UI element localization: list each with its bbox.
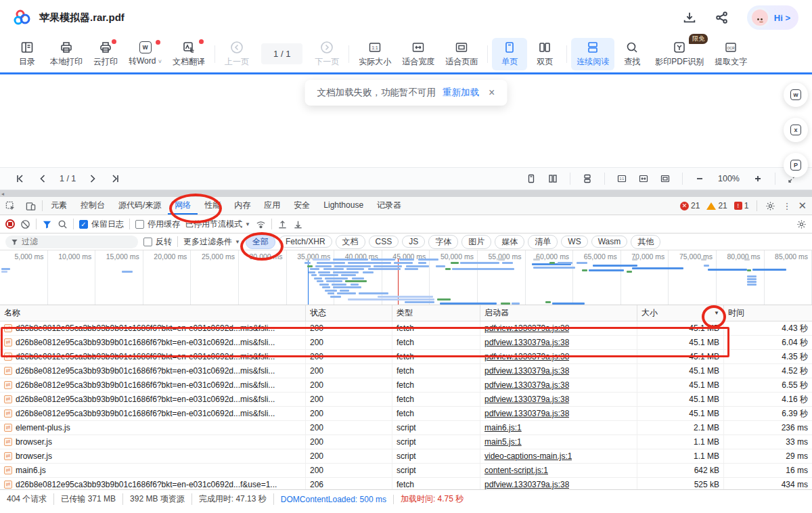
initiator-link[interactable]: pdfview.1330379a.js:38 [484,409,569,418]
next-page-button[interactable]: 下一页 [309,38,344,70]
column-header-initiator[interactable]: 启动器 [480,305,637,321]
device-toolbar-icon[interactable] [20,197,41,215]
request-row[interactable]: ⇄d26b8e0812e95ca3bb93b9b01c1686f6?bkt=en… [0,336,812,350]
column-header-time[interactable]: 时间 [724,305,812,321]
continuous-reading-button[interactable]: 连续阅读 [571,38,614,70]
warning-count-badge[interactable]: 21 [706,201,727,210]
convert-button[interactable]: w [784,83,808,107]
prev-page-button[interactable]: 上一页 [219,38,254,70]
single-page-view-button[interactable] [521,171,541,187]
devtools-tab[interactable]: 网络 [168,197,198,215]
initiator-link[interactable]: pdfview.1330379a.js:38 [484,366,569,376]
fit-page-small-button[interactable] [655,171,675,187]
request-row[interactable]: ⇄d26b8e0812e95ca3bb93b9b01c1686f6?bkt=en… [0,350,812,364]
throttling-dropdown[interactable]: 已停用节流模式▼ [185,219,250,230]
column-header-status[interactable]: 状态 [306,305,392,321]
fit-width-small-button[interactable] [633,171,654,187]
download-icon[interactable] [682,10,697,25]
reload-link[interactable]: 重新加载 [443,87,479,99]
fit-page-button[interactable]: 适合页面 [440,38,483,70]
initiator-link[interactable]: pdfview.1330379a.js:38 [484,380,569,390]
import-har-icon[interactable] [277,219,288,229]
column-header-size[interactable]: 大小▼ [637,305,724,321]
record-button[interactable] [5,219,15,229]
cloud-print-button[interactable]: 云打印 [88,38,123,70]
filter-pill[interactable]: 文档 [336,235,365,249]
devtools-tab[interactable]: 性能 [198,197,227,215]
page-indicator[interactable]: 1 / 1 [261,43,302,64]
find-button[interactable]: 查找 [614,38,650,70]
sort-descending-icon[interactable]: ▼ [714,310,719,316]
devtools-tab[interactable]: 元素 [44,197,74,215]
kebab-menu-icon[interactable]: ⋮ [782,201,791,211]
filter-pill[interactable]: CSS [369,236,399,248]
extract-text-button[interactable]: OCR 提取文字 [709,38,752,70]
devtools-tab[interactable]: Lighthouse [317,197,370,215]
horizontal-scrollbar[interactable]: ◂ [0,190,812,197]
invert-checkbox[interactable]: 反转 [143,236,172,248]
to-word-button[interactable]: w 转Word ˅ [123,39,167,70]
column-header-type[interactable]: 类型 [392,305,480,321]
user-avatar-pill[interactable]: Hi > [747,5,798,30]
initiator-link[interactable]: main6.js:1 [484,423,522,432]
request-row[interactable]: ⇄main6.js 200 script content-script.js:1… [0,464,812,478]
filter-pill[interactable]: 图片 [461,235,491,249]
initiator-link[interactable]: pdfview.1330379a.js:38 [484,395,569,404]
zoom-out-button[interactable] [690,171,710,187]
convert-button[interactable]: x [784,118,808,142]
network-overview-timeline[interactable]: 5,000 ms10,000 ms15,000 ms20,000 ms25,00… [0,250,812,305]
devtools-tab[interactable]: 安全 [287,197,317,215]
doc-translate-button[interactable]: 文档翻译 [167,38,210,70]
request-row[interactable]: ⇄browser.js 200 script video-captions-ma… [0,449,812,464]
request-row[interactable]: ⇄d26b8e0812e95ca3bb93b9b01c1686f6?bkt=en… [0,364,812,378]
zoom-in-button[interactable] [748,171,768,187]
network-settings-gear-icon[interactable] [796,219,807,229]
initiator-link[interactable]: video-captions-main.js:1 [484,451,572,461]
devtools-close-icon[interactable]: ✕ [798,200,807,212]
issue-count-badge[interactable]: !1 [734,201,749,210]
devtools-tab[interactable]: 控制台 [74,197,112,215]
filter-pill[interactable]: 字体 [428,235,458,249]
share-icon[interactable] [715,10,729,25]
single-page-button[interactable]: 单页 [492,38,527,70]
filter-pill[interactable]: 清单 [528,235,558,249]
double-page-button[interactable]: 双页 [527,38,562,70]
disable-cache-checkbox[interactable]: 停用缓存 [135,219,180,230]
actual-size-small-button[interactable]: 1:1 [612,171,632,187]
ocr-pdf-button[interactable]: 限免 影印PDF识别 [650,38,709,70]
request-row[interactable]: ⇄element-plus.js 200 script main6.js:1 2… [0,421,812,435]
convert-button[interactable]: P [784,153,808,177]
filter-icon[interactable] [42,219,52,229]
initiator-link[interactable]: pdfview.1330379a.js:38 [484,480,569,489]
initiator-link[interactable]: content-script.js:1 [484,466,548,475]
prev-page-arrow-button[interactable] [32,171,53,187]
fit-width-button[interactable]: 适合宽度 [397,38,440,70]
preserve-log-checkbox[interactable]: ✓保留日志 [79,219,124,230]
devtools-tab[interactable]: 源代码/来源 [112,197,168,215]
request-row[interactable]: ⇄d26b8e0812e95ca3bb93b9b01c1686f6?bkt=en… [0,321,812,336]
filter-pill[interactable]: 其他 [631,235,660,249]
close-icon[interactable]: × [489,87,495,99]
last-page-button[interactable] [106,171,126,187]
filter-pill[interactable]: 全部 [246,235,275,249]
devtools-tab[interactable]: 记录器 [370,197,408,215]
request-row[interactable]: ⇄d26b8e0812e95ca3bb93b9b01c1686f6?bkt=en… [0,378,812,393]
continuous-view-button[interactable] [577,171,597,187]
scrollbar-left-arrow[interactable]: ◂ [1,191,4,197]
devtools-tab[interactable]: 内存 [227,197,257,215]
error-count-badge[interactable]: ✕21 [680,201,700,210]
filter-pill[interactable]: 媒体 [495,235,524,249]
filter-pill[interactable]: Fetch/XHR [279,236,332,248]
initiator-link[interactable]: main5.js:1 [484,437,522,447]
devtools-tab[interactable]: 应用 [257,197,287,215]
request-row[interactable]: ⇄d26b8e0812e95ca3bb93b9b01c1686f6?bkt=en… [0,478,812,489]
catalog-button[interactable]: 目录 [9,38,45,70]
export-har-icon[interactable] [293,219,303,229]
settings-gear-icon[interactable] [765,201,775,211]
request-row[interactable]: ⇄browser.js 200 script main5.js:1 1.1 MB… [0,435,812,449]
initiator-link[interactable]: pdfview.1330379a.js:38 [484,352,569,361]
more-filters-dropdown[interactable]: 更多过滤条件▼ [183,236,240,248]
filter-input[interactable] [22,237,133,246]
next-page-arrow-button[interactable] [83,171,103,187]
network-conditions-icon[interactable] [256,219,266,229]
